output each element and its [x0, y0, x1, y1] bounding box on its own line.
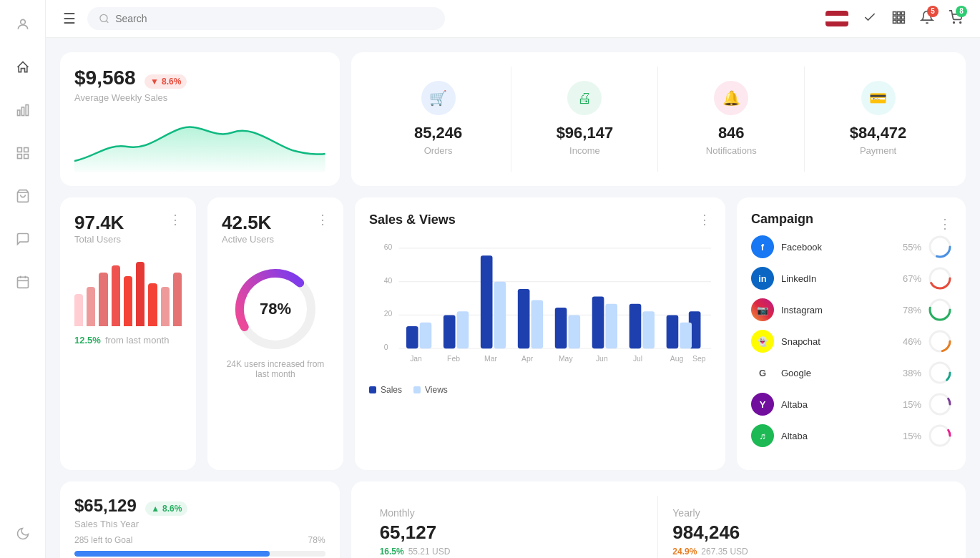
campaign-name-2: Instagram	[781, 305, 888, 315]
sales-year-progress-bar	[74, 551, 325, 557]
svg-rect-3	[26, 105, 28, 116]
svg-text:Sep: Sep	[692, 355, 706, 363]
active-users-sub: 24K users increased from last month	[222, 359, 329, 379]
svg-point-72	[930, 394, 950, 414]
campaign-logo-ya: Y	[751, 393, 774, 416]
yearly-value: 984,246	[672, 522, 937, 544]
svg-point-74	[930, 426, 950, 446]
total-users-menu[interactable]: ⋮	[169, 212, 182, 227]
stat-payment: 💳 $84,472 Payment	[805, 67, 951, 172]
monthly-pct: 16.5%	[380, 547, 404, 557]
monthly-value: 65,127	[380, 522, 644, 544]
campaign-card: Campaign ⋮ f Facebook 55% in LinkedIn 67…	[737, 197, 966, 470]
svg-rect-39	[518, 289, 530, 348]
svg-text:60: 60	[384, 243, 393, 251]
stat-notifications: 🔔 846 Notifications	[658, 67, 805, 172]
campaign-pct-5: 15%	[896, 399, 921, 410]
svg-rect-49	[568, 315, 580, 348]
svg-text:Feb: Feb	[447, 355, 460, 363]
sidebar-icon-cart[interactable]	[10, 183, 36, 209]
svg-text:0: 0	[384, 343, 388, 351]
checkmark-icon[interactable]	[863, 10, 877, 28]
campaign-pct-2: 78%	[896, 305, 921, 315]
svg-rect-9	[17, 277, 28, 288]
svg-point-0	[20, 19, 25, 24]
svg-rect-47	[494, 282, 506, 349]
svg-text:Jan: Jan	[410, 355, 422, 363]
svg-rect-37	[444, 315, 456, 348]
campaign-list: f Facebook 55% in LinkedIn 67% 📷 Instagr…	[751, 235, 951, 447]
row3: $65,129 ▲ 8.6% Sales This Year 285 left …	[60, 481, 966, 558]
notifications-label: Notifications	[706, 145, 757, 156]
sidebar-icon-grid[interactable]	[10, 140, 36, 166]
notifications-badge: 5	[927, 6, 939, 17]
campaign-logo-sp: ♬	[751, 424, 774, 447]
svg-rect-23	[901, 20, 904, 23]
campaign-name-5: Altaba	[781, 399, 888, 410]
svg-rect-38	[481, 255, 493, 348]
search-bar[interactable]	[87, 7, 445, 30]
campaign-item-facebook: f Facebook 55%	[751, 235, 951, 258]
sidebar-icon-moon[interactable]	[10, 521, 36, 547]
monthly-sub: 55.21 USD	[408, 547, 451, 557]
active-users-menu[interactable]: ⋮	[316, 212, 329, 227]
svg-rect-5	[24, 148, 28, 152]
svg-rect-52	[680, 323, 692, 348]
campaign-item-google: G Google 38%	[751, 361, 951, 384]
campaign-name-1: LinkedIn	[781, 273, 888, 284]
sales-views-title: Sales & Views	[369, 212, 456, 227]
svg-point-25	[960, 21, 961, 23]
sales-year-progress-pct: 78%	[308, 535, 325, 545]
campaign-item-instagram: 📷 Instagram 78%	[751, 298, 951, 321]
notifications-icon[interactable]: 5	[920, 10, 934, 28]
sidebar-icon-calendar[interactable]	[10, 269, 36, 295]
sales-views-card: Sales & Views ⋮ 60 40 20 0	[355, 197, 725, 470]
svg-text:Apr: Apr	[521, 355, 534, 363]
orders-value: 85,246	[414, 124, 462, 142]
campaign-pct-3: 46%	[896, 336, 921, 347]
campaign-donut-6	[928, 424, 951, 447]
svg-rect-20	[901, 16, 904, 19]
dashboard-content: $9,568 ▼ 8.6% Average Weekly Sales	[46, 38, 980, 558]
flag-icon[interactable]	[825, 11, 848, 26]
campaign-donut-3	[928, 330, 951, 353]
yearly-item: Yearly 984,246 24.9% 267.35 USD	[658, 496, 951, 558]
svg-rect-2	[21, 107, 24, 116]
grid-apps-icon[interactable]	[891, 10, 906, 28]
cart-icon[interactable]: 8	[949, 10, 963, 28]
svg-rect-48	[531, 300, 544, 349]
payment-icon-wrap: 💳	[861, 81, 896, 115]
main-content: ☰ 5 8	[46, 0, 980, 558]
cart-badge: 8	[956, 6, 967, 17]
campaign-donut-2	[928, 298, 951, 321]
svg-rect-36	[406, 326, 418, 348]
income-value: $96,147	[557, 124, 614, 142]
svg-rect-15	[893, 11, 896, 14]
sidebar-icon-user[interactable]	[10, 11, 36, 37]
search-input[interactable]	[115, 13, 433, 24]
header: ☰ 5 8	[46, 0, 980, 38]
sidebar-icon-chart[interactable]	[10, 97, 36, 123]
sales-views-menu[interactable]: ⋮	[698, 212, 711, 227]
yearly-pct: 24.9%	[672, 547, 697, 557]
income-icon-wrap: 🖨	[567, 81, 602, 115]
svg-rect-45	[420, 323, 432, 348]
svg-line-14	[107, 21, 109, 23]
orders-label: Orders	[424, 145, 453, 156]
campaign-menu[interactable]: ⋮	[939, 216, 951, 232]
active-users-card: 42.5K Active Users ⋮	[207, 197, 343, 470]
campaign-name-4: Google	[781, 368, 888, 378]
sidebar-icon-chat[interactable]	[10, 226, 36, 252]
svg-rect-1	[17, 110, 19, 116]
svg-rect-51	[642, 311, 655, 348]
menu-icon[interactable]: ☰	[63, 10, 76, 27]
weekly-sales-badge: ▼ 8.6%	[144, 74, 187, 89]
svg-rect-17	[901, 11, 904, 14]
payment-label: Payment	[860, 145, 896, 156]
sidebar	[0, 0, 46, 558]
stat-income: 🖨 $96,147 Income	[511, 67, 658, 172]
sidebar-icon-home[interactable]	[10, 54, 36, 80]
stat-orders: 🛒 85,246 Orders	[366, 67, 512, 172]
campaign-donut-4	[928, 361, 951, 384]
campaign-pct-1: 67%	[896, 273, 921, 284]
